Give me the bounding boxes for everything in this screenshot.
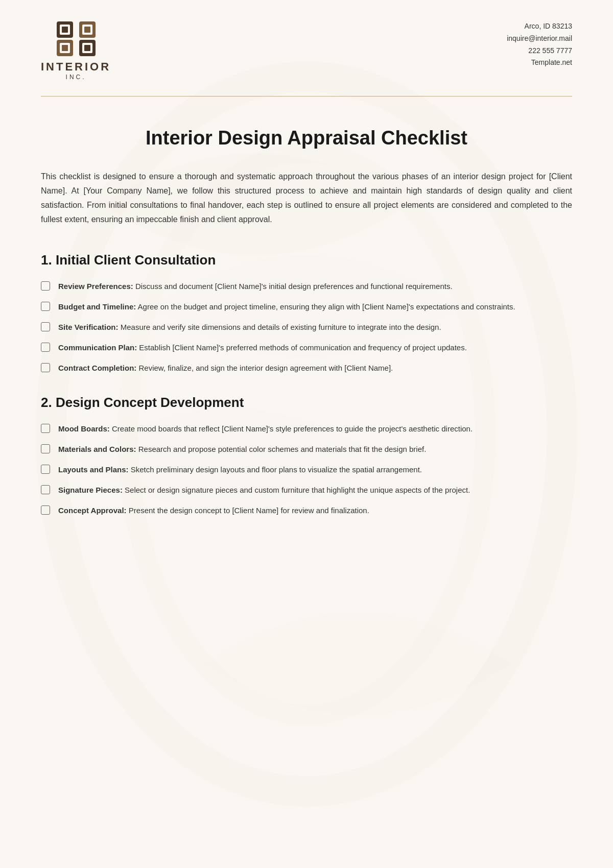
item-text: Establish [Client Name]'s preferred meth…: [137, 343, 467, 352]
checkbox[interactable]: [41, 485, 50, 494]
page: INTERIOR INC. Arco, ID 83213 inquire@int…: [0, 0, 613, 868]
main-content-wrapper: INTERIOR INC. Arco, ID 83213 inquire@int…: [0, 0, 613, 568]
company-phone: 222 555 7777: [507, 45, 572, 57]
item-text: Select or design signature pieces and cu…: [123, 486, 470, 494]
item-label: Budget and Timeline:: [58, 302, 136, 311]
svg-rect-7: [84, 27, 90, 33]
checklist-item-text: Concept Approval: Present the design con…: [58, 504, 572, 517]
checklist-item-text: Contract Completion: Review, finalize, a…: [58, 362, 572, 374]
header: INTERIOR INC. Arco, ID 83213 inquire@int…: [0, 0, 613, 96]
checklist-item-text: Materials and Colors: Research and propo…: [58, 443, 572, 455]
checklist-item: Review Preferences: Discuss and document…: [41, 280, 572, 293]
checklist-item-text: Communication Plan: Establish [Client Na…: [58, 342, 572, 354]
item-label: Signature Pieces:: [58, 486, 123, 494]
checklist-item: Budget and Timeline: Agree on the budget…: [41, 301, 572, 313]
intro-paragraph: This checklist is designed to ensure a t…: [41, 170, 572, 227]
company-address: Arco, ID 83213: [507, 20, 572, 33]
item-text: Present the design concept to [Client Na…: [127, 506, 369, 515]
company-email: inquire@interior.mail: [507, 33, 572, 45]
section-1-checklist: Review Preferences: Discuss and document…: [41, 280, 572, 374]
item-label: Communication Plan:: [58, 343, 137, 352]
logo-section: INTERIOR INC.: [41, 20, 111, 81]
item-label: Site Verification:: [58, 323, 119, 331]
checkbox[interactable]: [41, 424, 50, 433]
checkbox[interactable]: [41, 505, 50, 515]
item-text: Sketch preliminary design layouts and fl…: [129, 465, 422, 474]
company-name-main: INTERIOR: [41, 60, 111, 74]
contact-info: Arco, ID 83213 inquire@interior.mail 222…: [507, 20, 572, 69]
checklist-item-text: Mood Boards: Create mood boards that ref…: [58, 423, 572, 435]
checkbox[interactable]: [41, 444, 50, 453]
item-text: Review, finalize, and sign the interior …: [136, 364, 393, 372]
checklist-item: Concept Approval: Present the design con…: [41, 504, 572, 517]
checklist-item-text: Layouts and Plans: Sketch preliminary de…: [58, 464, 572, 476]
item-label: Mood Boards:: [58, 424, 110, 433]
document-body: Interior Design Appraisal Checklist This…: [0, 97, 613, 568]
checklist-item-text: Review Preferences: Discuss and document…: [58, 280, 572, 293]
item-label: Materials and Colors:: [58, 445, 136, 453]
company-name-sub: INC.: [66, 74, 86, 81]
svg-rect-10: [62, 45, 68, 51]
checklist-item: Signature Pieces: Select or design signa…: [41, 484, 572, 496]
item-label: Review Preferences:: [58, 282, 133, 291]
checklist-item-text: Budget and Timeline: Agree on the budget…: [58, 301, 572, 313]
item-text: Agree on the budget and project timeline…: [136, 302, 515, 311]
item-text: Create mood boards that reflect [Client …: [110, 424, 473, 433]
logo-icon: [56, 20, 97, 56]
section-1: 1. Initial Client Consultation Review Pr…: [41, 252, 572, 374]
checklist-item: Site Verification: Measure and verify si…: [41, 321, 572, 333]
svg-rect-13: [84, 45, 90, 51]
checklist-item: Layouts and Plans: Sketch preliminary de…: [41, 464, 572, 476]
item-text: Discuss and document [Client Name]'s ini…: [133, 282, 453, 291]
item-label: Concept Approval:: [58, 506, 127, 515]
checkbox[interactable]: [41, 281, 50, 291]
section-2-title: 2. Design Concept Development: [41, 395, 572, 411]
checkbox[interactable]: [41, 363, 50, 372]
item-label: Layouts and Plans:: [58, 465, 129, 474]
svg-rect-4: [62, 27, 68, 33]
checklist-item: Mood Boards: Create mood boards that ref…: [41, 423, 572, 435]
company-website: Template.net: [507, 57, 572, 69]
item-text: Measure and verify site dimensions and d…: [119, 323, 441, 331]
checklist-item: Materials and Colors: Research and propo…: [41, 443, 572, 455]
checkbox[interactable]: [41, 343, 50, 352]
section-1-title: 1. Initial Client Consultation: [41, 252, 572, 268]
checklist-item: Communication Plan: Establish [Client Na…: [41, 342, 572, 354]
document-title: Interior Design Appraisal Checklist: [41, 127, 572, 149]
checkbox[interactable]: [41, 302, 50, 311]
section-2-checklist: Mood Boards: Create mood boards that ref…: [41, 423, 572, 517]
item-text: Research and propose potential color sch…: [136, 445, 427, 453]
checklist-item: Contract Completion: Review, finalize, a…: [41, 362, 572, 374]
item-label: Contract Completion:: [58, 364, 136, 372]
checklist-item-text: Site Verification: Measure and verify si…: [58, 321, 572, 333]
checkbox[interactable]: [41, 465, 50, 474]
section-2: 2. Design Concept Development Mood Board…: [41, 395, 572, 517]
checklist-item-text: Signature Pieces: Select or design signa…: [58, 484, 572, 496]
checkbox[interactable]: [41, 322, 50, 331]
